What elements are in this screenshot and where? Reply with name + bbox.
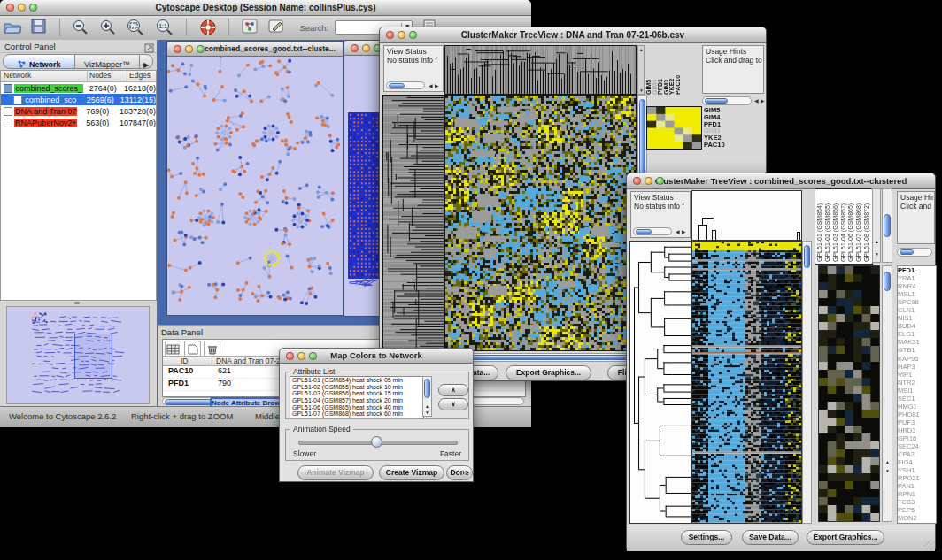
network-table-row[interactable]: combined_scores_2764(0)16218(0) <box>1 82 156 94</box>
zoom-button[interactable] <box>656 177 664 185</box>
tv2-labels-arrow-strip[interactable]: ▲ ▼ <box>872 188 881 263</box>
tv1-column-label[interactable]: PAC10 <box>676 45 682 95</box>
zoom-out-icon[interactable] <box>72 19 89 40</box>
animate-vizmap-button[interactable]: Animate Vizmap <box>297 465 374 480</box>
scroll-up-icon[interactable]: ▲ <box>639 47 644 52</box>
tv2-heatmap[interactable] <box>691 241 802 524</box>
scroll-down-icon[interactable]: ▼ <box>425 410 429 415</box>
minimize-button[interactable] <box>645 177 652 185</box>
resize-grip[interactable] <box>462 471 472 480</box>
scrollbar-thumb[interactable] <box>884 214 891 237</box>
treeview2-titlebar[interactable]: ClusterMaker TreeView : combined_scores_… <box>627 173 935 189</box>
zoom-button[interactable] <box>309 352 317 360</box>
save-session-icon[interactable] <box>31 19 47 38</box>
tv1-row-dendrogram[interactable] <box>382 95 444 351</box>
tv2-labels-vscrollbar[interactable] <box>882 188 892 263</box>
tv2-gene-label[interactable]: YSH1 <box>898 466 936 474</box>
tv1-heatmap[interactable] <box>444 95 637 351</box>
tv2-column-label[interactable]: GPL51-07 (GSM868) <box>855 190 863 262</box>
tv2-gene-label[interactable]: VIP1 <box>898 371 936 379</box>
minimize-button[interactable] <box>398 31 405 39</box>
annotation-icon[interactable] <box>268 19 286 38</box>
tv2-gene-label[interactable]: MSI1 <box>898 387 936 395</box>
close-button[interactable] <box>6 4 14 12</box>
import-network-icon[interactable] <box>242 19 259 38</box>
tv2-usage-scrollbar[interactable] <box>897 248 932 257</box>
zoom-button[interactable] <box>197 45 205 53</box>
tv2-gene-label[interactable]: SPC98 <box>898 298 936 306</box>
tv2-gene-label[interactable]: SEC1 <box>898 395 936 403</box>
view-status-scrollbar[interactable] <box>386 81 425 89</box>
tv2-gene-label[interactable]: YRA1 <box>898 274 936 282</box>
tv2-gene-label[interactable]: PEP5 <box>898 506 936 514</box>
scroll-down-icon[interactable]: ▼ <box>639 88 644 93</box>
scroll-left-icon[interactable]: ◀ <box>754 98 759 104</box>
tv1-export-graphics-button[interactable]: Export Graphics... <box>506 365 591 380</box>
tv2-gene-label[interactable]: FIG4 <box>898 458 936 466</box>
move-down-button[interactable]: ∨ <box>438 398 468 410</box>
tv2-gene-label[interactable]: PHO81 <box>898 410 936 418</box>
scroll-down-icon[interactable]: ▼ <box>875 251 879 257</box>
tv2-gene-label[interactable]: BUD4 <box>898 322 936 330</box>
minimize-button[interactable] <box>297 352 305 360</box>
network-table-row[interactable]: DNA and Tran 07769(0)183728(0) <box>1 105 156 117</box>
close-button[interactable] <box>286 352 294 360</box>
tv2-column-label[interactable]: GPL51-06 (GSM865) <box>847 190 855 262</box>
tv2-save-data-button[interactable]: Save Data... <box>742 530 799 545</box>
view-status-scrollbar[interactable] <box>633 227 672 235</box>
scrollbar-thumb[interactable] <box>389 83 405 88</box>
tv1-mini-vscroll[interactable]: ▲ ▼ <box>637 45 645 95</box>
tv2-gene-label[interactable]: HRD3 <box>898 426 936 434</box>
tv2-settings-button[interactable]: Settings... <box>681 530 732 545</box>
attribute-list-item[interactable]: GPL51-02 (GSM855) heat shock 10 min <box>290 384 423 391</box>
scroll-up-icon[interactable]: ▲ <box>885 459 890 464</box>
scroll-right-icon[interactable]: ▶ <box>682 229 686 234</box>
tv1-column-dendrogram[interactable] <box>444 45 637 95</box>
tv2-row-dendrogram[interactable] <box>629 241 691 524</box>
tv2-gene-label[interactable]: GTB1 <box>898 346 936 354</box>
tv2-gene-label[interactable]: GPI16 <box>898 434 936 442</box>
help-lifering-icon[interactable] <box>199 19 217 40</box>
minimize-button[interactable] <box>362 44 370 52</box>
attribute-list-item[interactable]: GPL51-06 (GSM865) heat shock 40 min <box>290 404 423 411</box>
network-window-1-titlebar[interactable]: combined_scores_good.txt--cluste... <box>167 42 343 57</box>
scroll-down-icon[interactable]: ▼ <box>885 468 890 473</box>
attribute-list-item[interactable]: GPL51-01 (GSM854) heat shock 05 min <box>290 377 423 384</box>
tv2-gene-label[interactable]: MON2 <box>898 514 936 522</box>
scrollbar-thumb[interactable] <box>705 98 728 104</box>
tv1-usage-scrollbar[interactable] <box>702 96 752 105</box>
minimize-button[interactable] <box>185 45 193 53</box>
tab-vizmapper[interactable]: VizMapper™ <box>74 54 140 69</box>
column-header-id[interactable]: ID <box>181 357 189 365</box>
birds-eye-view[interactable] <box>6 306 150 404</box>
scrollbar-thumb[interactable] <box>884 272 891 291</box>
tv2-column-label[interactable]: GPL51-02 (GSM855) <box>824 190 832 262</box>
scroll-up-icon[interactable]: ▲ <box>425 403 429 409</box>
zoom-button[interactable] <box>409 31 417 39</box>
scroll-left-icon[interactable]: ◀ <box>676 229 680 234</box>
tv2-gene-label[interactable]: NIS1 <box>898 314 936 322</box>
zoom-fit-icon[interactable]: 1:1 <box>155 19 174 40</box>
tv2-gene-label[interactable]: MAK31 <box>898 338 936 346</box>
tv2-gene-label[interactable]: TCB3 <box>898 498 936 506</box>
speed-slider-thumb[interactable] <box>371 436 382 448</box>
scroll-left-icon[interactable]: ◀ <box>429 83 433 88</box>
open-session-icon[interactable] <box>3 19 22 38</box>
minimize-button[interactable] <box>18 4 26 12</box>
resize-grip[interactable] <box>924 541 934 550</box>
tv2-gene-label[interactable]: HMG1 <box>898 403 936 410</box>
attribute-list-item[interactable]: GPL51-03 (GSM856) heat shock 15 min <box>290 390 423 397</box>
tv2-gene-label[interactable]: CPA2 <box>898 450 936 458</box>
tv2-gene-label[interactable]: RNR4 <box>898 282 936 290</box>
zoom-in-icon[interactable] <box>99 19 117 40</box>
tv2-gene-label[interactable]: PFD1 <box>898 266 936 274</box>
panel-divider-handle[interactable] <box>74 302 80 304</box>
tab-overflow-button[interactable]: ▶ <box>139 54 153 69</box>
tv2-gene-label[interactable]: CLN1 <box>898 306 936 314</box>
tv2-column-label[interactable]: GPL51-03 (GSM856) <box>832 190 840 262</box>
close-button[interactable] <box>633 177 641 185</box>
tv2-summary-vscrollbar[interactable]: ▲ ▼ <box>882 265 892 522</box>
zoom-button[interactable] <box>29 4 37 12</box>
tv1-summary-heatmap[interactable] <box>646 106 702 150</box>
clustered-network-view[interactable] <box>167 57 343 315</box>
